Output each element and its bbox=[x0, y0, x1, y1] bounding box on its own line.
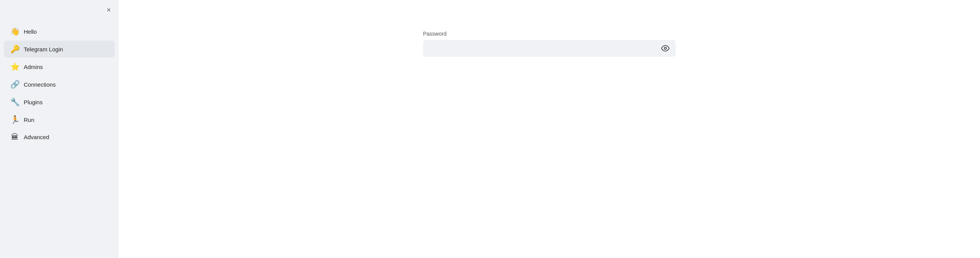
password-section: Password bbox=[423, 31, 676, 57]
main-content: Password bbox=[119, 0, 980, 258]
toggle-password-button[interactable] bbox=[660, 43, 671, 54]
sidebar-item-hello[interactable]: 👋Hello bbox=[4, 23, 115, 40]
sidebar-item-telegram-login[interactable]: 🔑Telegram Login bbox=[4, 41, 115, 58]
close-icon: × bbox=[107, 7, 111, 13]
sidebar-item-admins[interactable]: ⭐Admins bbox=[4, 58, 115, 75]
hello-icon: 👋 bbox=[10, 27, 20, 36]
password-label: Password bbox=[423, 31, 676, 37]
password-input[interactable] bbox=[423, 40, 676, 57]
close-button[interactable]: × bbox=[104, 5, 113, 15]
connections-icon: 🔗 bbox=[10, 80, 20, 89]
connections-label: Connections bbox=[24, 81, 56, 88]
telegram-login-label: Telegram Login bbox=[24, 46, 63, 53]
svg-point-0 bbox=[664, 47, 666, 49]
run-icon: 🏃 bbox=[10, 115, 20, 124]
hello-label: Hello bbox=[24, 28, 37, 35]
sidebar-item-run[interactable]: 🏃Run bbox=[4, 111, 115, 128]
admins-label: Admins bbox=[24, 64, 43, 70]
plugins-icon: 🔧 bbox=[10, 97, 20, 107]
telegram-login-icon: 🔑 bbox=[10, 44, 20, 54]
sidebar-item-plugins[interactable]: 🔧Plugins bbox=[4, 94, 115, 110]
sidebar-item-advanced[interactable]: 🏛Advanced bbox=[4, 129, 115, 145]
run-label: Run bbox=[24, 117, 34, 123]
advanced-icon: 🏛 bbox=[10, 133, 20, 141]
admins-icon: ⭐ bbox=[10, 62, 20, 71]
eye-icon bbox=[661, 44, 670, 53]
advanced-label: Advanced bbox=[24, 134, 49, 140]
plugins-label: Plugins bbox=[24, 99, 42, 105]
nav-list: 👋Hello🔑Telegram Login⭐Admins🔗Connections… bbox=[0, 23, 119, 146]
password-input-wrapper bbox=[423, 40, 676, 57]
sidebar-item-connections[interactable]: 🔗Connections bbox=[4, 76, 115, 93]
sidebar: × 👋Hello🔑Telegram Login⭐Admins🔗Connectio… bbox=[0, 0, 119, 258]
